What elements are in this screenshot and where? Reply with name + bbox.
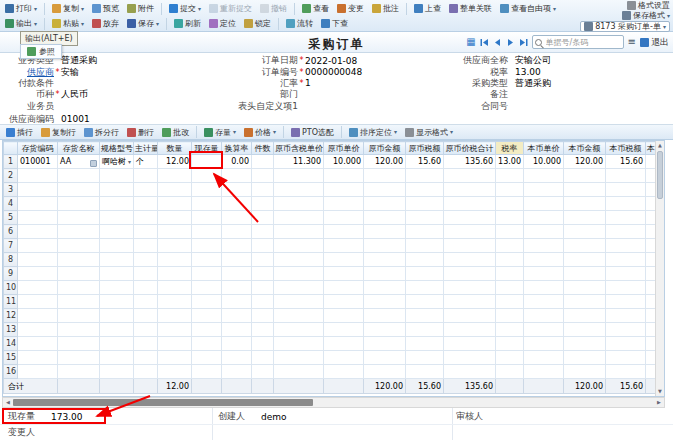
grid-cell[interactable] — [524, 239, 564, 253]
grid-cell[interactable] — [524, 309, 564, 323]
grid-cell[interactable] — [222, 365, 252, 379]
grid-cell[interactable] — [18, 267, 58, 281]
grid-cell[interactable] — [58, 309, 100, 323]
grid-cell[interactable] — [252, 281, 274, 295]
paste-button[interactable]: 粘贴▾ — [49, 17, 87, 30]
grid-cell[interactable] — [364, 211, 406, 225]
grid-cell[interactable] — [524, 281, 564, 295]
grid-cell[interactable] — [324, 365, 364, 379]
grid-cell[interactable] — [364, 337, 406, 351]
row-number[interactable]: 15 — [4, 351, 18, 365]
column-header[interactable]: 数量 — [158, 142, 192, 155]
grid-cell[interactable] — [100, 281, 134, 295]
grid-cell[interactable] — [252, 351, 274, 365]
grid-cell[interactable] — [58, 211, 100, 225]
row-number[interactable]: 1 — [4, 155, 18, 169]
vscroll-thumb[interactable] — [657, 151, 663, 199]
split-row-button[interactable]: 拆分行 — [81, 126, 122, 139]
grid-cell[interactable] — [18, 281, 58, 295]
grid-cell[interactable] — [100, 197, 134, 211]
grid-cell[interactable] — [606, 197, 646, 211]
grid-cell[interactable] — [100, 309, 134, 323]
grid-cell[interactable] — [406, 169, 444, 183]
grid-cell[interactable] — [58, 323, 100, 337]
row-number[interactable]: 3 — [4, 183, 18, 197]
grid-cell[interactable] — [564, 267, 606, 281]
grid-cell[interactable] — [406, 239, 444, 253]
grid-cell[interactable] — [406, 253, 444, 267]
grid-cell[interactable] — [192, 211, 222, 225]
grid-cell[interactable] — [158, 309, 192, 323]
column-header[interactable]: 本币金额 — [564, 142, 606, 155]
delete-row-button[interactable]: 删行 — [124, 126, 157, 139]
grid-cell[interactable] — [18, 239, 58, 253]
grid-cell[interactable] — [222, 281, 252, 295]
grid-cell[interactable] — [444, 323, 496, 337]
row-number[interactable]: 9 — [4, 267, 18, 281]
grid-cell[interactable] — [192, 337, 222, 351]
grid-cell[interactable] — [134, 183, 158, 197]
next-record-button[interactable] — [506, 38, 515, 47]
grid-cell[interactable] — [158, 211, 192, 225]
grid-cell[interactable] — [18, 211, 58, 225]
grid-cell[interactable] — [324, 225, 364, 239]
grid-cell[interactable] — [58, 225, 100, 239]
save-format-button[interactable]: 保存格式▾ — [622, 11, 670, 20]
row-number[interactable]: 2 — [4, 169, 18, 183]
revoke-button[interactable]: 撤销 — [257, 2, 290, 15]
sort-locate-button[interactable]: 排序定位▾ — [346, 126, 400, 139]
grid-cell[interactable] — [444, 267, 496, 281]
grid-cell[interactable] — [252, 225, 274, 239]
grid-cell[interactable] — [324, 239, 364, 253]
grid-cell[interactable] — [274, 281, 324, 295]
grid-cell[interactable]: 啊哈树▾ — [100, 155, 134, 169]
grid-cell[interactable] — [606, 323, 646, 337]
grid-cell[interactable] — [364, 183, 406, 197]
attachment-button[interactable]: 附件 — [124, 2, 157, 15]
grid-cell[interactable] — [252, 337, 274, 351]
grid-cell[interactable] — [274, 365, 324, 379]
grid-cell[interactable] — [18, 323, 58, 337]
column-header[interactable]: 本币税额 — [606, 142, 646, 155]
grid-cell[interactable] — [406, 351, 444, 365]
row-number[interactable]: 8 — [4, 253, 18, 267]
grid-cell[interactable]: 135.60 — [444, 155, 496, 169]
grid-cell[interactable] — [524, 295, 564, 309]
row-number[interactable]: 7 — [4, 239, 18, 253]
locate-button[interactable]: 定位 — [206, 17, 239, 30]
grid-cell[interactable] — [134, 197, 158, 211]
order-no-value[interactable]: 0000000048 — [305, 67, 362, 77]
first-record-button[interactable] — [480, 38, 489, 47]
scroll-right-icon[interactable]: ▶ — [654, 398, 664, 407]
grid-cell[interactable] — [274, 309, 324, 323]
grid-cell[interactable] — [606, 211, 646, 225]
grid-cell[interactable] — [496, 309, 524, 323]
view-button[interactable]: 查看 — [299, 2, 332, 15]
grid-cell[interactable] — [324, 169, 364, 183]
grid-cell[interactable] — [364, 239, 406, 253]
grid-cell[interactable] — [222, 351, 252, 365]
grid-cell[interactable] — [406, 365, 444, 379]
grid-cell[interactable] — [18, 295, 58, 309]
grid-cell[interactable] — [444, 351, 496, 365]
column-header[interactable]: 件数 — [252, 142, 274, 155]
grid-cell[interactable] — [324, 183, 364, 197]
flow-button[interactable]: 流转 — [283, 17, 316, 30]
grid-cell[interactable] — [222, 295, 252, 309]
grid-cell[interactable] — [134, 267, 158, 281]
scroll-down-icon[interactable]: ▼ — [656, 387, 664, 396]
prev-record-button[interactable] — [493, 38, 502, 47]
grid-cell[interactable] — [406, 197, 444, 211]
grid-cell[interactable] — [134, 253, 158, 267]
grid-cell[interactable] — [252, 183, 274, 197]
grid-cell[interactable] — [324, 337, 364, 351]
column-header[interactable]: 换算率 — [222, 142, 252, 155]
grid-cell[interactable] — [252, 323, 274, 337]
grid-cell[interactable] — [364, 225, 406, 239]
grid-cell[interactable] — [406, 225, 444, 239]
supplier-fullname-value[interactable]: 安输公司 — [515, 54, 551, 67]
last-record-button[interactable] — [519, 38, 528, 47]
grid-cell[interactable] — [192, 225, 222, 239]
grid-cell[interactable] — [192, 239, 222, 253]
row-number[interactable]: 4 — [4, 197, 18, 211]
